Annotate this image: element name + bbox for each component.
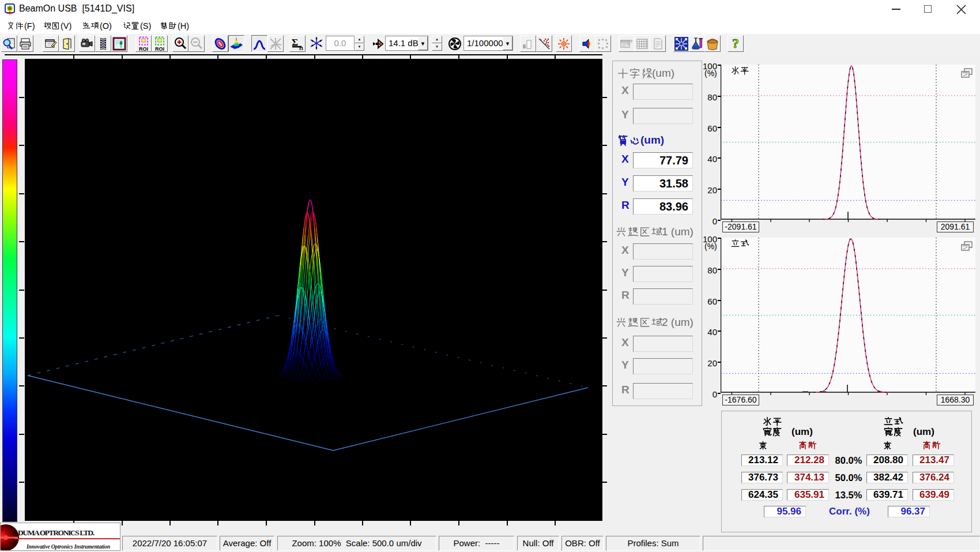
svg-text:DUMA OPTRONICS LTD.: DUMA OPTRONICS LTD. <box>18 528 95 537</box>
svg-text:n: n <box>299 44 303 51</box>
svg-text:?: ? <box>732 36 739 51</box>
svg-text:ROI: ROI <box>139 46 148 51</box>
svg-text:Innovative Optronics Instrumen: Innovative Optronics Instrumentation <box>26 544 110 550</box>
svg-text:ROI: ROI <box>155 46 164 51</box>
